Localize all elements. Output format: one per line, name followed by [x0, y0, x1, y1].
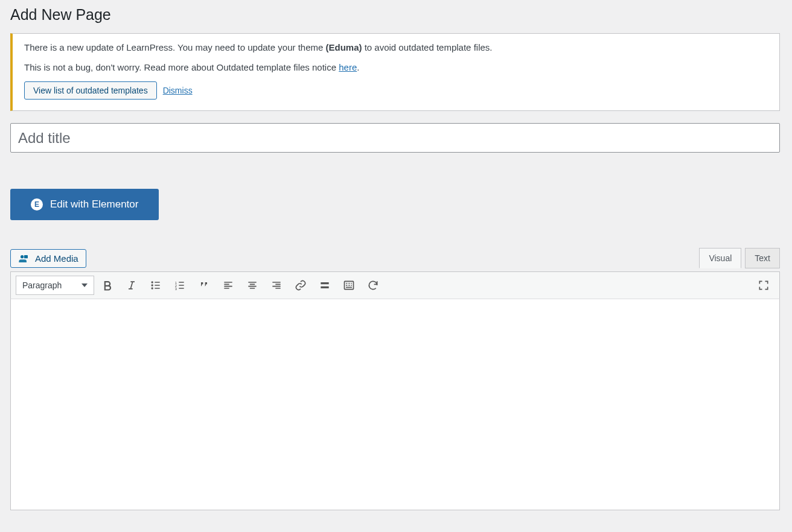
notice-text: . [357, 62, 359, 72]
page-title-input[interactable] [10, 123, 780, 153]
svg-point-3 [152, 285, 153, 287]
align-left-button[interactable] [217, 276, 239, 295]
format-select[interactable]: Paragraph [16, 276, 94, 295]
add-media-label: Add Media [35, 253, 78, 264]
svg-rect-1 [24, 255, 28, 258]
elementor-icon: E [31, 198, 43, 211]
format-select-label: Paragraph [22, 280, 62, 290]
notice-text: This is not a bug, don't worry. Read mor… [24, 62, 339, 72]
page-title: Add New Page [10, 6, 780, 33]
update-notice: There is a new update of LearnPress. You… [10, 33, 780, 111]
align-right-button[interactable] [266, 276, 287, 295]
notice-text: There is a new update of LearnPress. You… [24, 42, 326, 52]
edit-with-elementor-button[interactable]: E Edit with Elementor [10, 189, 159, 220]
toolbar-toggle-button[interactable] [338, 276, 360, 295]
insert-link-button[interactable] [290, 276, 311, 295]
bold-button[interactable] [97, 276, 118, 295]
blockquote-button[interactable] [193, 276, 215, 295]
svg-point-0 [21, 255, 24, 258]
svg-text:3: 3 [175, 287, 177, 291]
editor-toolbar: Paragraph 123 [10, 271, 780, 299]
dismiss-notice-link[interactable]: Dismiss [163, 86, 193, 95]
tab-visual[interactable]: Visual [699, 248, 741, 268]
notice-line-2: This is not a bug, don't worry. Read mor… [24, 61, 768, 75]
align-center-button[interactable] [241, 276, 263, 295]
tab-text[interactable]: Text [745, 248, 780, 268]
elementor-button-label: Edit with Elementor [50, 198, 138, 211]
view-outdated-templates-button[interactable]: View list of outdated templates [24, 81, 157, 100]
numbered-list-button[interactable]: 123 [169, 276, 191, 295]
insert-readmore-button[interactable] [314, 276, 336, 295]
editor-content-area[interactable] [10, 299, 780, 510]
svg-point-4 [152, 288, 153, 290]
add-media-button[interactable]: Add Media [10, 249, 86, 268]
fullscreen-button[interactable] [753, 276, 774, 295]
editor-tabs: Visual Text [699, 247, 780, 268]
bulleted-list-button[interactable] [145, 276, 167, 295]
refresh-button[interactable] [362, 276, 384, 295]
notice-theme-name: (Eduma) [326, 42, 362, 52]
italic-button[interactable] [121, 276, 142, 295]
media-icon [18, 254, 30, 264]
notice-text: to avoid outdated template files. [362, 42, 493, 52]
notice-here-link[interactable]: here [339, 62, 357, 72]
notice-line-1: There is a new update of LearnPress. You… [24, 41, 768, 55]
svg-point-2 [152, 282, 153, 283]
